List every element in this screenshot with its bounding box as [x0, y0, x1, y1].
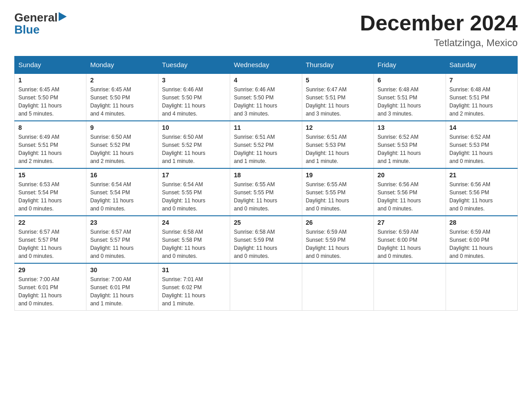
day-info: Sunrise: 6:46 AMSunset: 5:50 PMDaylight:…	[234, 86, 298, 118]
day-info: Sunrise: 6:51 AMSunset: 5:53 PMDaylight:…	[306, 133, 370, 165]
day-info: Sunrise: 6:48 AMSunset: 5:51 PMDaylight:…	[378, 86, 442, 118]
day-number: 22	[18, 219, 82, 226]
calendar-cell	[446, 263, 517, 311]
calendar-cell: 8Sunrise: 6:49 AMSunset: 5:51 PMDaylight…	[15, 121, 86, 168]
calendar-cell: 17Sunrise: 6:54 AMSunset: 5:55 PMDayligh…	[158, 168, 230, 216]
day-number: 30	[90, 266, 154, 274]
day-info: Sunrise: 6:57 AMSunset: 5:57 PMDaylight:…	[90, 228, 154, 260]
day-number: 12	[306, 124, 370, 131]
calendar-cell: 6Sunrise: 6:48 AMSunset: 5:51 PMDaylight…	[374, 73, 446, 121]
column-header-monday: Monday	[86, 56, 158, 74]
day-number: 15	[18, 171, 82, 179]
day-number: 24	[162, 219, 226, 226]
day-info: Sunrise: 6:45 AMSunset: 5:50 PMDaylight:…	[90, 86, 154, 118]
calendar-cell: 29Sunrise: 7:00 AMSunset: 6:01 PMDayligh…	[15, 263, 86, 311]
day-number: 19	[306, 171, 370, 179]
day-number: 13	[378, 124, 442, 131]
calendar-cell	[230, 263, 302, 311]
title-block: December 2024 Tetlatzinga, Mexico	[360, 11, 518, 49]
day-number: 2	[90, 77, 154, 84]
calendar-cell: 26Sunrise: 6:59 AMSunset: 5:59 PMDayligh…	[302, 216, 373, 263]
day-number: 25	[234, 219, 298, 226]
calendar-cell: 31Sunrise: 7:01 AMSunset: 6:02 PMDayligh…	[158, 263, 230, 311]
day-info: Sunrise: 6:59 AMSunset: 6:00 PMDaylight:…	[450, 228, 514, 260]
week-row-3: 15Sunrise: 6:53 AMSunset: 5:54 PMDayligh…	[15, 168, 518, 216]
day-number: 8	[18, 124, 82, 131]
calendar-cell: 15Sunrise: 6:53 AMSunset: 5:54 PMDayligh…	[15, 168, 86, 216]
day-number: 4	[234, 77, 298, 84]
day-info: Sunrise: 6:56 AMSunset: 5:56 PMDaylight:…	[378, 180, 442, 213]
day-number: 29	[18, 266, 82, 274]
calendar-cell: 11Sunrise: 6:51 AMSunset: 5:52 PMDayligh…	[230, 121, 302, 168]
calendar-cell: 12Sunrise: 6:51 AMSunset: 5:53 PMDayligh…	[302, 121, 373, 168]
column-header-saturday: Saturday	[446, 56, 517, 74]
day-number: 21	[450, 171, 514, 179]
page-subtitle: Tetlatzinga, Mexico	[360, 37, 518, 49]
day-number: 1	[18, 77, 82, 84]
day-info: Sunrise: 6:45 AMSunset: 5:50 PMDaylight:…	[18, 86, 82, 118]
day-info: Sunrise: 6:49 AMSunset: 5:51 PMDaylight:…	[18, 133, 82, 165]
day-info: Sunrise: 6:54 AMSunset: 5:54 PMDaylight:…	[90, 180, 154, 213]
day-info: Sunrise: 6:50 AMSunset: 5:52 PMDaylight:…	[90, 133, 154, 165]
day-number: 17	[162, 171, 226, 179]
calendar-table: SundayMondayTuesdayWednesdayThursdayFrid…	[14, 56, 518, 311]
calendar-header-row: SundayMondayTuesdayWednesdayThursdayFrid…	[15, 56, 518, 74]
day-number: 27	[378, 219, 442, 226]
day-number: 14	[450, 124, 514, 131]
day-number: 31	[162, 266, 226, 274]
day-info: Sunrise: 6:58 AMSunset: 5:58 PMDaylight:…	[162, 228, 226, 260]
logo: General Blue	[14, 11, 67, 37]
column-header-friday: Friday	[374, 56, 446, 74]
calendar-cell: 22Sunrise: 6:57 AMSunset: 5:57 PMDayligh…	[15, 216, 86, 263]
calendar-cell: 24Sunrise: 6:58 AMSunset: 5:58 PMDayligh…	[158, 216, 230, 263]
day-number: 5	[306, 77, 370, 84]
page-header: General Blue December 2024 Tetlatzinga, …	[14, 11, 518, 49]
page-title: December 2024	[360, 11, 518, 35]
week-row-4: 22Sunrise: 6:57 AMSunset: 5:57 PMDayligh…	[15, 216, 518, 263]
day-info: Sunrise: 7:00 AMSunset: 6:01 PMDaylight:…	[90, 275, 154, 308]
column-header-tuesday: Tuesday	[158, 56, 230, 74]
calendar-cell: 10Sunrise: 6:50 AMSunset: 5:52 PMDayligh…	[158, 121, 230, 168]
calendar-cell: 5Sunrise: 6:47 AMSunset: 5:51 PMDaylight…	[302, 73, 373, 121]
day-info: Sunrise: 6:55 AMSunset: 5:55 PMDaylight:…	[306, 180, 370, 213]
logo-blue-text: Blue	[14, 23, 39, 37]
calendar-cell: 9Sunrise: 6:50 AMSunset: 5:52 PMDaylight…	[86, 121, 158, 168]
calendar-cell: 7Sunrise: 6:48 AMSunset: 5:51 PMDaylight…	[446, 73, 517, 121]
day-number: 28	[450, 219, 514, 226]
day-info: Sunrise: 6:46 AMSunset: 5:50 PMDaylight:…	[162, 86, 226, 118]
calendar-cell: 1Sunrise: 6:45 AMSunset: 5:50 PMDaylight…	[15, 73, 86, 121]
calendar-cell: 16Sunrise: 6:54 AMSunset: 5:54 PMDayligh…	[86, 168, 158, 216]
calendar-cell: 30Sunrise: 7:00 AMSunset: 6:01 PMDayligh…	[86, 263, 158, 311]
day-number: 9	[90, 124, 154, 131]
day-info: Sunrise: 6:59 AMSunset: 5:59 PMDaylight:…	[306, 228, 370, 260]
day-number: 20	[378, 171, 442, 179]
calendar-cell: 18Sunrise: 6:55 AMSunset: 5:55 PMDayligh…	[230, 168, 302, 216]
day-info: Sunrise: 6:59 AMSunset: 6:00 PMDaylight:…	[378, 228, 442, 260]
day-number: 6	[378, 77, 442, 84]
calendar-cell: 13Sunrise: 6:52 AMSunset: 5:53 PMDayligh…	[374, 121, 446, 168]
day-info: Sunrise: 7:00 AMSunset: 6:01 PMDaylight:…	[18, 275, 82, 308]
column-header-wednesday: Wednesday	[230, 56, 302, 74]
day-info: Sunrise: 6:52 AMSunset: 5:53 PMDaylight:…	[450, 133, 514, 165]
day-number: 26	[306, 219, 370, 226]
week-row-5: 29Sunrise: 7:00 AMSunset: 6:01 PMDayligh…	[15, 263, 518, 311]
day-number: 23	[90, 219, 154, 226]
calendar-cell: 23Sunrise: 6:57 AMSunset: 5:57 PMDayligh…	[86, 216, 158, 263]
day-info: Sunrise: 6:55 AMSunset: 5:55 PMDaylight:…	[234, 180, 298, 213]
calendar-cell: 3Sunrise: 6:46 AMSunset: 5:50 PMDaylight…	[158, 73, 230, 121]
calendar-cell	[374, 263, 446, 311]
day-number: 3	[162, 77, 226, 84]
calendar-cell: 2Sunrise: 6:45 AMSunset: 5:50 PMDaylight…	[86, 73, 158, 121]
day-info: Sunrise: 6:47 AMSunset: 5:51 PMDaylight:…	[306, 86, 370, 118]
day-info: Sunrise: 6:53 AMSunset: 5:54 PMDaylight:…	[18, 180, 82, 213]
logo-arrow-icon	[59, 12, 67, 24]
day-number: 18	[234, 171, 298, 179]
calendar-cell: 28Sunrise: 6:59 AMSunset: 6:00 PMDayligh…	[446, 216, 517, 263]
week-row-1: 1Sunrise: 6:45 AMSunset: 5:50 PMDaylight…	[15, 73, 518, 121]
column-header-thursday: Thursday	[302, 56, 373, 74]
day-info: Sunrise: 6:57 AMSunset: 5:57 PMDaylight:…	[18, 228, 82, 260]
calendar-cell: 27Sunrise: 6:59 AMSunset: 6:00 PMDayligh…	[374, 216, 446, 263]
day-info: Sunrise: 6:56 AMSunset: 5:56 PMDaylight:…	[450, 180, 514, 213]
calendar-cell: 14Sunrise: 6:52 AMSunset: 5:53 PMDayligh…	[446, 121, 517, 168]
day-number: 11	[234, 124, 298, 131]
